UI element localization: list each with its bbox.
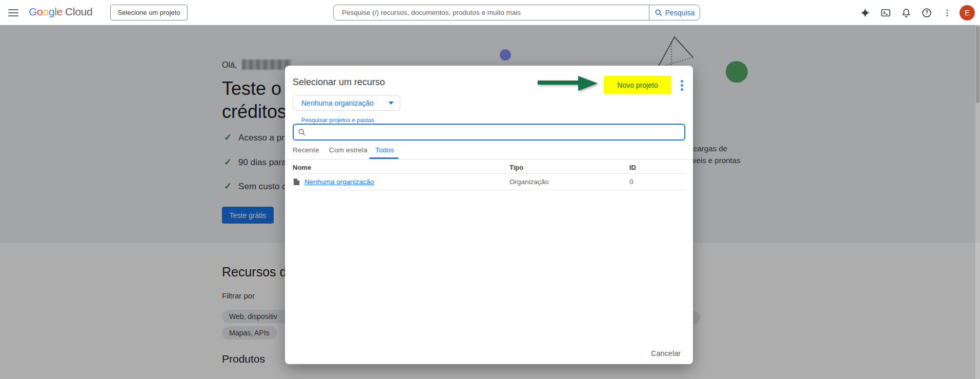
row-type-value: Organização — [509, 178, 549, 186]
top-navigation-bar: GoogleCloud Selecione um projeto Pesquis… — [0, 0, 980, 25]
dialog-more-vertical-icon[interactable] — [679, 77, 685, 93]
project-picker-button[interactable]: Selecione um projeto — [110, 5, 188, 21]
help-icon[interactable]: ? — [916, 3, 937, 23]
global-search-input[interactable] — [334, 5, 649, 20]
column-header-id: ID — [629, 164, 636, 171]
row-name-link[interactable]: Nenhuma organização — [304, 178, 374, 186]
menu-icon[interactable] — [7, 7, 19, 19]
dialog-title: Selecionar um recurso — [293, 77, 385, 88]
tab-recente[interactable]: Recente — [293, 146, 319, 154]
search-button-label: Pesquisa — [665, 9, 695, 17]
global-search-bar: Pesquisa — [333, 5, 700, 21]
notifications-bell-icon[interactable] — [896, 3, 916, 23]
search-icon — [298, 128, 306, 136]
column-header-tipo: Tipo — [509, 164, 523, 171]
tabs-divider — [285, 159, 693, 159]
organization-building-icon — [292, 177, 301, 186]
dialog-tabs: Recente Com estrela Todos — [285, 145, 693, 159]
project-picker-label: Selecione um projeto — [117, 9, 180, 16]
topbar-icon-group: ? E — [855, 0, 980, 25]
tab-com-estrela[interactable]: Com estrela — [329, 146, 368, 154]
more-vertical-icon[interactable] — [937, 3, 957, 23]
dialog-search-input[interactable] — [309, 128, 680, 136]
gemini-sparkle-icon[interactable] — [855, 3, 875, 23]
svg-text:?: ? — [925, 10, 928, 15]
search-icon — [655, 9, 663, 17]
cloud-logo-text: Cloud — [65, 6, 92, 17]
table-header-divider — [293, 173, 685, 174]
cancel-button[interactable]: Cancelar — [647, 347, 685, 360]
scrollbar-thumb[interactable] — [976, 26, 979, 103]
annotation-arrow-icon — [533, 74, 603, 93]
tab-todos[interactable]: Todos — [375, 146, 394, 154]
new-project-button[interactable]: Novo projeto — [604, 76, 671, 94]
column-header-nome: Nome — [293, 164, 311, 171]
google-logo-wordmark: Google — [29, 6, 63, 17]
google-cloud-logo[interactable]: GoogleCloud — [29, 6, 92, 18]
organization-dropdown[interactable]: Nenhuma organização — [293, 95, 400, 111]
dialog-search-label: Pesquisar projetos e pastas — [299, 117, 377, 123]
organization-dropdown-label: Nenhuma organização — [301, 99, 374, 107]
google-cloud-console: Olá, Teste o G créditos ✓ Acesso a pr ✓ … — [0, 0, 980, 379]
table-row-divider — [293, 190, 685, 190]
scrollbar-track[interactable] — [975, 25, 980, 379]
user-avatar[interactable]: E — [959, 5, 975, 21]
row-id-value: 0 — [629, 178, 634, 186]
search-submit-button[interactable]: Pesquisa — [649, 5, 700, 20]
cloud-shell-icon[interactable] — [875, 3, 896, 23]
chevron-down-icon — [389, 102, 394, 105]
dialog-search-field — [293, 124, 685, 141]
